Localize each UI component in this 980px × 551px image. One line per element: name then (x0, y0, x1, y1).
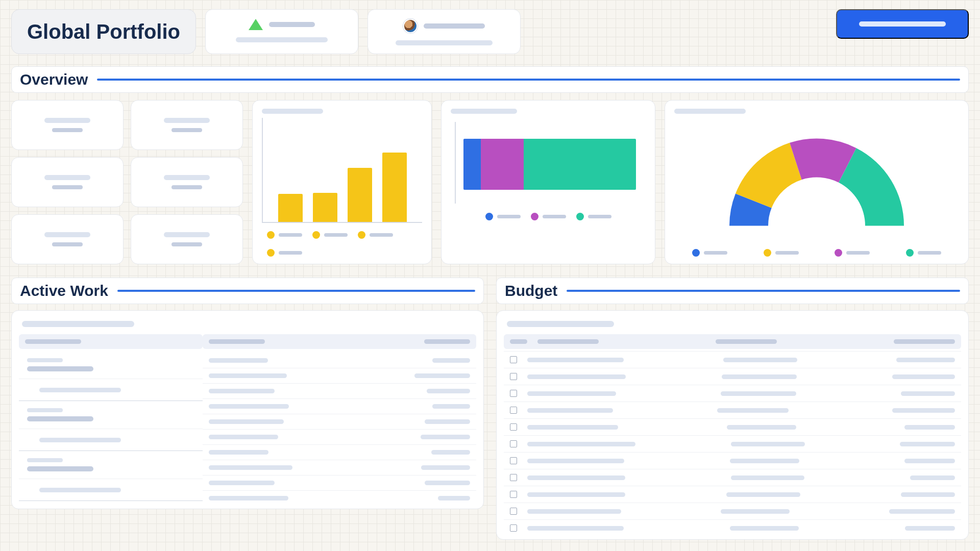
button-label (859, 21, 946, 27)
budget-section: Budget (496, 278, 969, 540)
table-row[interactable] (203, 429, 476, 444)
table-row[interactable] (504, 452, 961, 469)
table-row[interactable] (203, 368, 476, 383)
metric-card[interactable] (11, 214, 124, 264)
checkbox[interactable] (510, 474, 517, 481)
table-row[interactable] (203, 351, 476, 368)
status-card[interactable] (205, 9, 358, 54)
bar-chart-card[interactable] (252, 100, 432, 264)
table-row[interactable] (203, 490, 476, 506)
metric-card[interactable] (11, 100, 124, 150)
table-row[interactable] (203, 475, 476, 490)
tree-item[interactable] (19, 351, 203, 379)
chart-title (451, 109, 517, 114)
table-row[interactable] (504, 402, 961, 418)
tree-subitem[interactable] (19, 429, 203, 451)
metric-card[interactable] (131, 157, 243, 207)
table-row[interactable] (203, 383, 476, 398)
donut-legend (674, 246, 959, 258)
bar (313, 193, 337, 222)
checkbox[interactable] (510, 491, 517, 498)
divider-line (567, 290, 960, 292)
segment (463, 139, 481, 190)
overview-section: Overview (11, 66, 969, 264)
section-header-budget: Budget (496, 278, 969, 304)
metric-card[interactable] (11, 157, 124, 207)
metric-grid (11, 100, 243, 264)
active-work-section: Active Work (11, 278, 484, 540)
chart-title (262, 109, 323, 114)
checkbox[interactable] (510, 457, 517, 464)
active-work-table (11, 310, 484, 509)
legend-item (485, 213, 521, 220)
trend-up-icon (249, 19, 263, 30)
bar (382, 153, 407, 222)
legend-item (764, 249, 799, 257)
divider-line (117, 290, 475, 292)
active-work-rows (203, 334, 476, 506)
table-row[interactable] (504, 486, 961, 503)
budget-table (496, 310, 969, 540)
user-card[interactable] (368, 9, 521, 54)
section-title: Active Work (20, 282, 108, 299)
avatar (403, 19, 418, 33)
stacked-legend (451, 210, 646, 221)
table-header (203, 334, 476, 349)
metric-card[interactable] (131, 100, 243, 150)
segment (481, 139, 524, 190)
table-row[interactable] (504, 435, 961, 452)
table-header (19, 334, 203, 349)
section-header-overview: Overview (11, 66, 969, 93)
checkbox[interactable] (510, 356, 517, 363)
legend-item (312, 231, 348, 239)
table-header (504, 334, 961, 349)
table-row[interactable] (203, 414, 476, 429)
legend-item (835, 249, 870, 257)
checkbox[interactable] (510, 373, 517, 380)
tree-subitem[interactable] (19, 479, 203, 501)
tree-item[interactable] (19, 401, 203, 429)
table-row[interactable] (504, 519, 961, 536)
checkbox[interactable] (510, 423, 517, 431)
checkbox[interactable] (510, 440, 517, 447)
section-title: Budget (505, 282, 557, 299)
chart-title (674, 109, 746, 114)
table-row[interactable] (504, 368, 961, 385)
table-row[interactable] (504, 503, 961, 519)
checkbox[interactable] (510, 508, 517, 515)
table-row[interactable] (504, 351, 961, 368)
checkbox[interactable] (510, 407, 517, 414)
legend-item (576, 213, 611, 220)
section-title: Overview (20, 71, 88, 88)
checkbox[interactable] (510, 390, 517, 397)
legend-item (692, 249, 727, 257)
table-row[interactable] (203, 444, 476, 460)
bar (278, 194, 303, 222)
tree-subitem[interactable] (19, 379, 203, 401)
legend-item (267, 231, 302, 239)
donut-chart (674, 118, 959, 246)
legend-item (267, 249, 302, 257)
stacked-bar-chart (455, 122, 644, 204)
top-bar: Global Portfolio (11, 9, 969, 54)
table-row[interactable] (504, 385, 961, 402)
checkbox[interactable] (510, 524, 517, 532)
table-row[interactable] (203, 460, 476, 475)
donut-chart-card[interactable] (665, 100, 969, 264)
table-row[interactable] (504, 418, 961, 435)
divider-line (97, 79, 960, 81)
legend-item (358, 231, 393, 239)
primary-action-button[interactable] (836, 9, 969, 39)
metric-card[interactable] (131, 214, 243, 264)
legend-item (531, 213, 566, 220)
active-work-tree (19, 334, 203, 506)
segment (524, 139, 636, 190)
page-title: Global Portfolio (11, 9, 196, 54)
stacked-bar-card[interactable] (441, 100, 655, 264)
tree-item[interactable] (19, 451, 203, 479)
section-header-active-work: Active Work (11, 278, 484, 304)
table-row[interactable] (203, 398, 476, 414)
bar (348, 168, 372, 222)
table-row[interactable] (504, 469, 961, 486)
bar-legend (262, 228, 422, 258)
